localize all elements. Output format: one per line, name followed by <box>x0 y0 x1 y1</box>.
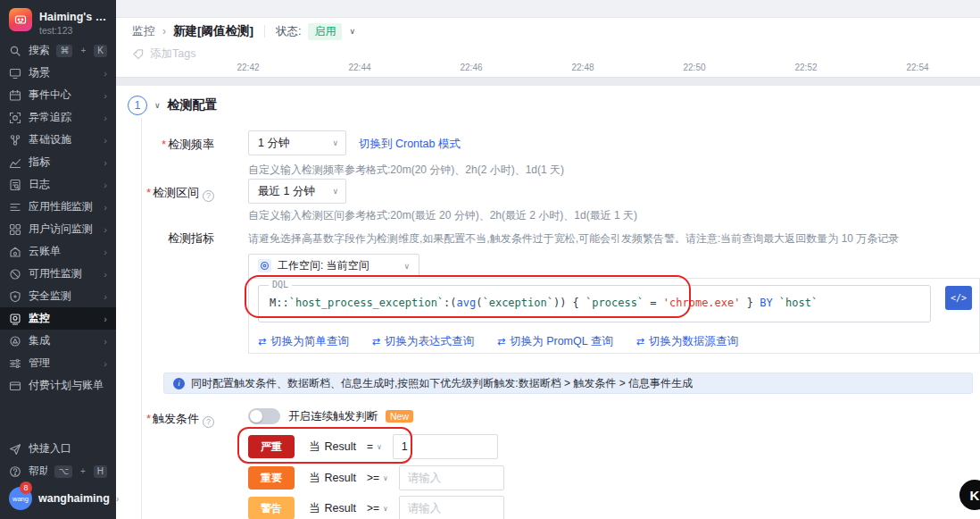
sidebar-item-scene[interactable]: 场景 › <box>0 62 116 84</box>
operator-select[interactable]: >=∨ <box>367 502 388 515</box>
sidebar-item-apm[interactable]: 应用性能监测 › <box>0 196 116 218</box>
sidebar-footer: 快捷入口 帮助 ⌥+H wang 8 wanghaiming › <box>0 438 116 519</box>
threshold-input-important[interactable] <box>399 465 504 490</box>
shortcut-key-h: H <box>94 465 107 478</box>
chevron-right-icon: › <box>104 90 107 101</box>
switch-simple-query-link[interactable]: ⇄切换为简单查询 <box>258 334 349 349</box>
cloud-bill-icon <box>9 246 21 258</box>
sidebar-item-metrics[interactable]: 指标 › <box>0 151 116 173</box>
when-label: 当 <box>309 501 320 516</box>
section-header-config[interactable]: 1 ∨ 检测配置 <box>128 96 218 115</box>
username: wanghaiming <box>38 492 110 505</box>
divider <box>264 25 265 38</box>
axis-tick: 22:48 <box>565 63 601 72</box>
link-label: 切换为表达式查询 <box>385 334 474 349</box>
tags-input[interactable]: 添加Tags <box>132 45 195 63</box>
sidebar-item-monitoring[interactable]: 监控 › <box>0 307 116 330</box>
question-icon[interactable]: ? <box>203 416 214 428</box>
info-banner-text: 同时配置触发条件、数据断档、信息生成时,按照如下优先级判断触发:数据断档 > 触… <box>191 376 693 391</box>
sidebar-item-event-center[interactable]: 事件中心 › <box>0 84 116 106</box>
sidebar-menu: 搜索 ⌘+K 场景 › 事件中心 › 异常追踪 › 基础设施 › <box>0 39 116 397</box>
threshold-input-warning[interactable] <box>399 496 504 519</box>
question-icon[interactable]: ? <box>203 190 214 202</box>
operator-select[interactable]: >=∨ <box>367 472 388 484</box>
sidebar-item-label: 事件中心 <box>29 88 96 103</box>
workspace-subtitle: test:123 <box>39 24 107 38</box>
trigger-row-warning: 警告 当 Result >=∨ <box>248 496 504 519</box>
sidebar-item-label: 异常追踪 <box>29 110 96 125</box>
interval-label-text: 检测区间 <box>153 186 199 199</box>
metric-warning: 请避免选择高基数字段作为检测维度,如果配置不当,触发条件过于宽松,可能会引发频繁… <box>248 231 899 247</box>
step-connector-line <box>141 118 142 519</box>
result-label: Result <box>325 502 356 515</box>
frequency-select[interactable]: 1 分钟 ∨ <box>248 130 346 155</box>
trigger-label-text: 触发条件 <box>153 412 199 425</box>
sidebar-item-cloud-billing[interactable]: 云账单 › <box>0 240 116 263</box>
chevron-down-icon: ∨ <box>383 505 388 513</box>
interval-select[interactable]: 最近 1 分钟 ∨ <box>248 179 346 204</box>
scene-icon <box>9 67 21 80</box>
paper-plane-icon <box>9 443 21 456</box>
sidebar-item-label: 应用性能监测 <box>29 199 96 214</box>
sidebar-item-integration[interactable]: 集成 › <box>0 330 116 352</box>
frequency-value: 1 分钟 <box>258 136 289 151</box>
code-view-button[interactable]: </> <box>945 286 972 310</box>
workspace-header[interactable]: Haiming's work... test:123 <box>0 0 116 39</box>
sliders-icon <box>9 357 21 370</box>
severity-warning-button[interactable]: 警告 <box>248 497 295 519</box>
sidebar-item-manage[interactable]: 管理 › <box>0 352 116 374</box>
user-menu[interactable]: wang 8 wanghaiming › <box>0 485 116 512</box>
crosshair-icon <box>9 112 21 124</box>
chevron-right-icon: › <box>104 291 107 302</box>
switch-promql-query-link[interactable]: ⇄切换为 PromQL 查询 <box>497 334 613 349</box>
shortcut-key-cmd: ⌘ <box>56 45 72 57</box>
switch-expression-query-link[interactable]: ⇄切换为表达式查询 <box>372 334 474 349</box>
sidebar-item-rum[interactable]: 用户访问监测 › <box>0 218 116 240</box>
sidebar-item-search[interactable]: 搜索 ⌘+K <box>0 39 116 62</box>
chart-time-axis: 22:42 22:44 22:46 22:48 22:50 22:52 22:5… <box>116 63 980 75</box>
section-title: 检测配置 <box>168 97 218 113</box>
sidebar-item-logs[interactable]: 日志 › <box>0 173 116 196</box>
workspace-meta: Haiming's work... test:123 <box>39 8 107 38</box>
threshold-input-critical[interactable] <box>393 434 498 459</box>
sidebar-item-tracing[interactable]: 异常追踪 › <box>0 106 116 129</box>
breadcrumb-monitoring[interactable]: 监控 <box>132 23 155 39</box>
dql-editor[interactable]: DQL M::`host_process_exception`:(avg(`ex… <box>258 285 931 322</box>
chevron-down-icon: ∨ <box>403 262 410 271</box>
severity-important-button[interactable]: 重要 <box>248 466 295 490</box>
k-floating-widget[interactable]: K <box>958 478 980 512</box>
sidebar-item-help[interactable]: 帮助 ⌥+H <box>0 460 116 482</box>
continuous-trigger-toggle[interactable] <box>248 408 280 424</box>
operator-select[interactable]: =∨ <box>367 440 382 453</box>
frequency-hint: 自定义输入检测频率参考格式:20m(20 分钟)、2h(2 小时)、1d(1 天… <box>248 163 564 178</box>
axis-tick: 22:42 <box>230 63 266 72</box>
sidebar-item-infrastructure[interactable]: 基础设施 › <box>0 129 116 151</box>
status-badge[interactable]: 启用 <box>308 23 342 40</box>
sidebar-item-billing-plan[interactable]: 付费计划与账单 <box>0 374 116 397</box>
workspace-selector[interactable]: 工作空间: 当前空间 ∨ <box>248 254 419 278</box>
sidebar-item-label: 快捷入口 <box>29 441 107 456</box>
shield-icon <box>9 290 21 303</box>
nodes-icon <box>9 134 21 146</box>
chevron-right-icon: › <box>104 157 107 168</box>
crontab-mode-link[interactable]: 切换到 Crontab 模式 <box>359 137 461 152</box>
shortcut-key-k: K <box>94 45 107 57</box>
chevron-right-icon: › <box>104 247 107 257</box>
top-strip <box>116 0 980 18</box>
switch-datasource-query-link[interactable]: ⇄切换为数据源查询 <box>636 334 738 349</box>
dql-query-text[interactable]: M::`host_process_exception`:(avg(`except… <box>270 297 818 309</box>
severity-critical-button[interactable]: 严重 <box>248 435 295 458</box>
integration-icon <box>9 335 21 347</box>
chevron-down-icon: ∨ <box>332 138 338 147</box>
axis-tick: 22:44 <box>342 63 378 72</box>
chevron-down-icon[interactable]: ∨ <box>349 27 355 36</box>
query-mode-links: ⇄切换为简单查询 ⇄切换为表达式查询 ⇄切换为 PromQL 查询 ⇄切换为数据… <box>258 334 738 349</box>
sidebar-item-quick-entry[interactable]: 快捷入口 <box>0 438 116 460</box>
link-label: 切换为简单查询 <box>270 334 349 349</box>
sidebar-item-security[interactable]: 安全监测 › <box>0 285 116 307</box>
chevron-right-icon: › <box>104 336 107 347</box>
sidebar-item-availability[interactable]: 可用性监测 › <box>0 263 116 285</box>
calendar-icon <box>9 89 21 102</box>
workspace-selector-value: 工作空间: 当前空间 <box>278 258 370 273</box>
main-content: 监控 › 新建[阈值检测] 状态: 启用 ∨ 添加Tags 22:42 22:4… <box>116 0 980 519</box>
